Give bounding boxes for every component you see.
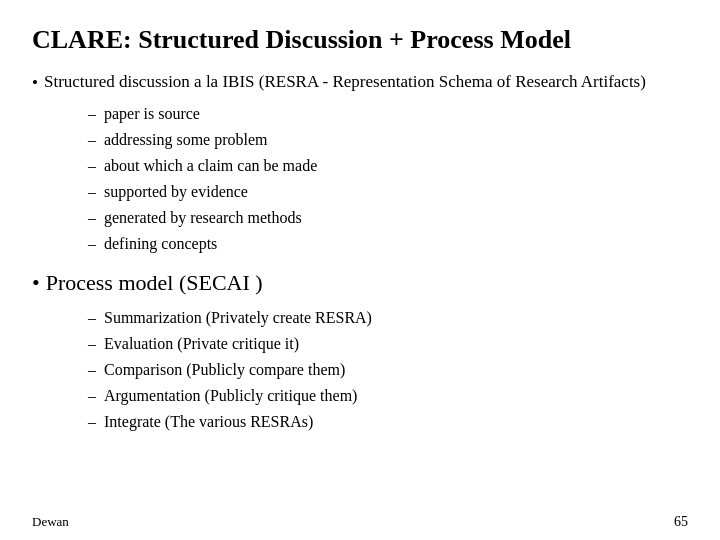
sub-item-label: defining concepts — [104, 232, 217, 256]
footer: Dewan 65 — [32, 514, 688, 530]
footer-page: 65 — [674, 514, 688, 530]
sub-item-label: addressing some problem — [104, 128, 268, 152]
dash-icon: – — [88, 154, 96, 178]
list-item: – addressing some problem — [88, 128, 688, 152]
process-item-label: Comparison (Publicly compare them) — [104, 358, 345, 382]
process-item-label: Summarization (Privately create RESRA) — [104, 306, 372, 330]
sub-list-1: – paper is source – addressing some prob… — [88, 102, 688, 256]
process-item-label: Evaluation (Private critique it) — [104, 332, 299, 356]
footer-author: Dewan — [32, 514, 69, 530]
dash-icon: – — [88, 410, 96, 434]
bullet-1-text: Structured discussion a la IBIS (RESRA -… — [44, 71, 646, 94]
process-item-label: Integrate (The various RESRAs) — [104, 410, 313, 434]
process-item-label: Argumentation (Publicly critique them) — [104, 384, 357, 408]
list-item: – about which a claim can be made — [88, 154, 688, 178]
process-sub-list: – Summarization (Privately create RESRA)… — [88, 306, 688, 434]
bullet-1: • Structured discussion a la IBIS (RESRA… — [32, 71, 688, 94]
sub-item-label: about which a claim can be made — [104, 154, 317, 178]
sub-item-label: generated by research methods — [104, 206, 302, 230]
slide-title: CLARE: Structured Discussion + Process M… — [32, 24, 688, 55]
dash-icon: – — [88, 306, 96, 330]
bullet-dot-2: • — [32, 270, 40, 296]
dash-icon: – — [88, 206, 96, 230]
list-item: – Comparison (Publicly compare them) — [88, 358, 688, 382]
dash-icon: – — [88, 232, 96, 256]
dash-icon: – — [88, 358, 96, 382]
bullet-2: • Process model (SECAI ) — [32, 268, 688, 298]
sub-item-label: paper is source — [104, 102, 200, 126]
bullet-2-text: Process model (SECAI ) — [46, 268, 263, 298]
list-item: – defining concepts — [88, 232, 688, 256]
list-item: – supported by evidence — [88, 180, 688, 204]
dash-icon: – — [88, 384, 96, 408]
dash-icon: – — [88, 128, 96, 152]
slide: CLARE: Structured Discussion + Process M… — [0, 0, 720, 540]
dash-icon: – — [88, 180, 96, 204]
list-item: – Argumentation (Publicly critique them) — [88, 384, 688, 408]
list-item: – Integrate (The various RESRAs) — [88, 410, 688, 434]
list-item: – generated by research methods — [88, 206, 688, 230]
list-item: – Summarization (Privately create RESRA) — [88, 306, 688, 330]
bullet-dot-1: • — [32, 73, 38, 93]
dash-icon: – — [88, 102, 96, 126]
list-item: – paper is source — [88, 102, 688, 126]
list-item: – Evaluation (Private critique it) — [88, 332, 688, 356]
sub-item-label: supported by evidence — [104, 180, 248, 204]
dash-icon: – — [88, 332, 96, 356]
